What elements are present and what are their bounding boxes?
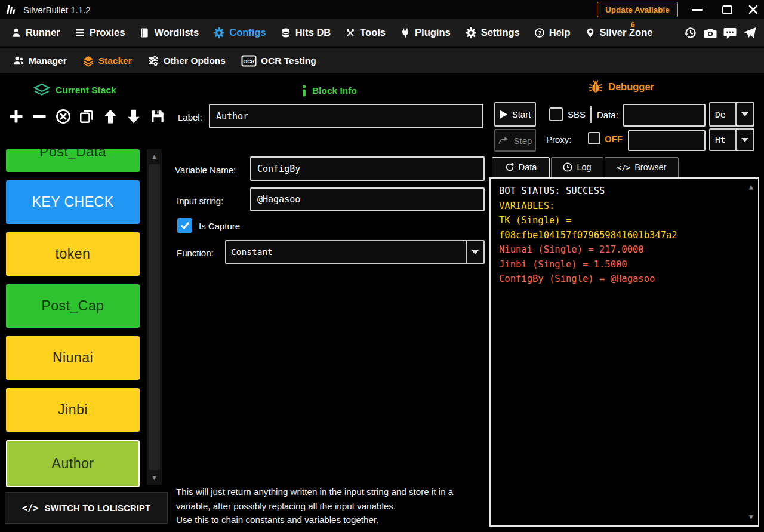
step-button[interactable]: Step	[494, 129, 536, 152]
minimize-button[interactable]	[686, 0, 708, 19]
console-line: BOT STATUS: SUCCESS	[499, 184, 750, 199]
bug-icon	[589, 79, 603, 94]
code-icon: </>	[22, 503, 39, 513]
proxy-input[interactable]	[628, 130, 706, 151]
step-label: Step	[514, 136, 532, 146]
scrollbar-thumb[interactable]	[149, 164, 160, 470]
camera-icon[interactable]	[703, 26, 717, 40]
proxy-type-select[interactable]: Ht	[709, 128, 754, 151]
current-stack-header: Current Stack	[33, 83, 116, 97]
nav-item-plugins[interactable]: Plugins	[393, 19, 458, 46]
function-label: Function:	[177, 248, 214, 258]
subnav-label: Stacker	[98, 56, 132, 66]
input-string-input[interactable]	[250, 187, 485, 211]
history-icon[interactable]	[683, 26, 698, 40]
move-up-button[interactable]	[99, 104, 121, 128]
app-title: SilverBullet 1.1.2	[23, 5, 91, 15]
update-available-button[interactable]: Update Available	[597, 2, 678, 17]
info-icon	[301, 85, 307, 97]
is-capture-checkbox[interactable]	[177, 218, 192, 233]
tab-data[interactable]: Data	[492, 157, 550, 177]
tab-browser[interactable]: </> Browser	[605, 157, 679, 177]
subnav-item-ocr-testing[interactable]: OCR OCR Testing	[233, 48, 324, 73]
nav-label: Configs	[229, 27, 266, 38]
book-icon	[139, 27, 150, 38]
proxy-field-label: Proxy:	[546, 134, 572, 144]
stack-block-key-check[interactable]: KEY CHECK	[6, 180, 140, 224]
tab-log[interactable]: Log	[551, 157, 603, 177]
scroll-down-icon[interactable]: ▼	[147, 471, 162, 485]
telegram-icon[interactable]	[743, 26, 757, 40]
plug-icon	[400, 27, 411, 38]
function-select[interactable]: Constant	[225, 240, 485, 264]
clone-block-button[interactable]	[76, 104, 98, 128]
save-stack-button[interactable]	[146, 104, 168, 128]
tools-icon	[345, 27, 356, 38]
stack-block-partial[interactable]: Post_Data	[6, 149, 140, 172]
close-icon	[748, 4, 759, 15]
minus-icon	[32, 109, 47, 124]
list-icon	[75, 27, 85, 38]
nav-item-help[interactable]: ? Help	[527, 19, 578, 46]
subnav-item-manager[interactable]: Manager	[5, 48, 75, 73]
function-help-text: This will just return anything written i…	[176, 485, 489, 527]
proxy-off-checkbox[interactable]	[588, 132, 600, 144]
label-input[interactable]	[209, 104, 483, 128]
copy-icon	[79, 109, 94, 124]
app-window: SilverBullet 1.1.2 Update Available 6 Ru…	[0, 0, 764, 532]
debug-console: BOT STATUS: SUCCESS VARIABLES: TK (Singl…	[489, 177, 759, 527]
help-icon: ?	[534, 27, 545, 38]
nav-item-proxies[interactable]: Proxies	[67, 19, 133, 46]
variable-name-input[interactable]	[250, 156, 485, 181]
subnav-label: Manager	[29, 56, 67, 66]
switch-to-loliscript-button[interactable]: </> SWITCH TO LOLISCRIPT	[5, 492, 168, 524]
data-type-select[interactable]: De	[709, 102, 754, 127]
help-line-2: Use this to chain constants and variable…	[176, 513, 489, 527]
sbs-checkbox[interactable]	[549, 107, 563, 121]
move-down-button[interactable]	[123, 104, 145, 128]
scroll-up-icon[interactable]: ▲	[147, 149, 162, 164]
stack-block-author-selected[interactable]: Author	[6, 440, 140, 487]
nav-item-wordlists[interactable]: Wordlists	[132, 19, 206, 46]
console-line: Niunai (Single) = 217.0000	[499, 242, 750, 257]
console-line: VARIABLES:	[499, 199, 750, 214]
nav-label: Wordlists	[154, 27, 199, 38]
maximize-button[interactable]	[716, 0, 738, 19]
code-icon: </>	[617, 163, 631, 172]
checkmark-icon	[180, 221, 190, 230]
data-input[interactable]	[623, 104, 706, 127]
nav-item-tools[interactable]: Tools	[338, 19, 393, 46]
gear-icon	[213, 27, 225, 39]
is-capture-label: Is Capture	[199, 221, 240, 231]
stack-toolbar	[4, 102, 170, 131]
chat-icon[interactable]	[723, 26, 737, 40]
console-scroll-up-icon[interactable]: ▲	[749, 183, 753, 190]
block-label: Post_Data	[39, 149, 106, 160]
tab-label: Data	[519, 162, 537, 172]
stack-block-post-cap[interactable]: Post_Cap	[6, 284, 140, 328]
nav-item-hits-db[interactable]: Hits DB	[273, 19, 338, 46]
nav-label: Runner	[26, 27, 60, 38]
close-button[interactable]	[743, 0, 764, 19]
proxy-type-value: Ht	[710, 130, 735, 150]
stack-block-jinbi[interactable]: Jinbi	[6, 388, 140, 432]
subnav-item-stacker[interactable]: Stacker	[75, 48, 140, 73]
nav-item-silver-zone[interactable]: Silver Zone	[578, 19, 660, 46]
ocr-icon: OCR	[241, 55, 257, 67]
minimize-icon	[692, 9, 703, 11]
add-block-button[interactable]	[5, 104, 27, 128]
nav-item-settings[interactable]: Settings	[458, 19, 527, 46]
console-scroll-down-icon[interactable]: ▼	[749, 513, 753, 521]
remove-block-button[interactable]	[29, 104, 51, 128]
disable-block-button[interactable]	[52, 104, 74, 128]
block-label: Post_Cap	[41, 298, 104, 314]
switch-button-label: SWITCH TO LOLISCRIPT	[45, 503, 150, 513]
stack-block-niunai[interactable]: Niunai	[6, 336, 140, 380]
subnav-item-other-options[interactable]: Other Options	[140, 48, 233, 73]
block-label: KEY CHECK	[32, 194, 113, 210]
plus-icon	[8, 109, 24, 124]
start-button[interactable]: Start	[494, 102, 536, 127]
nav-item-runner[interactable]: Runner	[4, 19, 67, 46]
nav-item-configs[interactable]: Configs	[206, 19, 273, 46]
stack-block-token[interactable]: token	[6, 232, 140, 276]
